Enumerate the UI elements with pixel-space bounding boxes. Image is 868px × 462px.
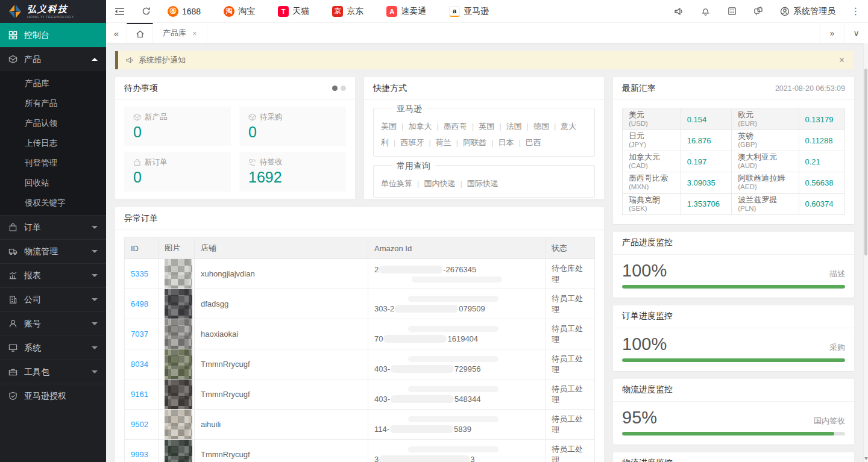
col-header-status: 状态 [546, 238, 595, 259]
sidebar-item-logistics[interactable]: 物流管理 [0, 239, 106, 263]
shortcut-link[interactable]: 西班牙 [400, 138, 424, 147]
speaker-icon [125, 57, 134, 64]
sidebar-item-orders[interactable]: 订单 [0, 215, 106, 239]
shortcut-link[interactable]: 单位换算 [381, 179, 412, 188]
marketplace-tmall[interactable]: T 天猫 [269, 6, 324, 17]
sidebar-item-amazon-auth[interactable]: 亚马逊授权 [0, 384, 106, 408]
scrollbar-thumb[interactable] [864, 69, 867, 255]
sidebar-item-company[interactable]: 公司 [0, 287, 106, 311]
home-icon [136, 30, 145, 39]
product-progress-card: 产品进度监控 100% 描述 [613, 232, 854, 298]
shortcut-link[interactable]: 阿联酋 [463, 138, 486, 147]
sidebar-item-accounts[interactable]: 账号 [0, 311, 106, 336]
sidebar-subitem-listing-mgmt[interactable]: 刊登管理 [0, 153, 106, 173]
redacted-text [412, 276, 502, 283]
sidebar-item-console[interactable]: 控制台 [0, 23, 106, 47]
shortcut-link[interactable]: 国际快递 [467, 179, 498, 188]
tab-product-library[interactable]: 产品库 × [153, 23, 207, 43]
order-id-link[interactable]: 9993 [131, 450, 148, 459]
scrollbar-down-arrow[interactable] [864, 457, 868, 460]
shortcut-link[interactable]: 墨西哥 [444, 122, 467, 131]
product-image-blurred [165, 410, 192, 439]
currency-rate: 0.56638 [799, 172, 844, 193]
product-image-blurred [165, 349, 192, 379]
sidebar-item-reports[interactable]: 报表 [0, 263, 106, 287]
marketplace-aliexpress[interactable]: A 速卖通 [378, 6, 441, 17]
shortcut-link[interactable]: 德国 [533, 122, 549, 131]
shortcut-link[interactable]: 日本 [498, 138, 514, 147]
order-id-link[interactable]: 7037 [131, 329, 148, 339]
sidebar-item-system[interactable]: 系统 [0, 336, 106, 360]
order-id-link[interactable]: 8034 [131, 360, 148, 369]
shortcut-link[interactable]: 英国 [479, 122, 494, 131]
announcement-icon[interactable] [665, 0, 692, 23]
bell-icon[interactable] [692, 0, 719, 23]
currency-rate: 3.09035 [681, 172, 732, 193]
order-id-link[interactable]: 6498 [131, 299, 148, 308]
order-status: 待员工处理 [546, 349, 595, 379]
stat-new-orders[interactable]: 新订单 0 [124, 152, 231, 192]
amazon-id: 33 [374, 455, 539, 462]
order-id-link[interactable]: 9161 [131, 390, 148, 399]
currency-rate: 0.21 [799, 151, 844, 172]
shortcut-link[interactable]: 国内快递 [424, 179, 455, 188]
more-menu-icon[interactable]: ⋮ [844, 5, 868, 17]
order-status: 待员工处理 [546, 440, 595, 462]
notice-close-icon[interactable]: × [837, 55, 847, 66]
tab-close-icon[interactable]: × [192, 29, 197, 38]
currency-name: 加拿大元 [629, 153, 675, 162]
sidebar-subitem-recycle-bin[interactable]: 回收站 [0, 173, 106, 193]
carousel-dot-active[interactable] [332, 86, 338, 91]
shortcut-link[interactable]: 巴西 [526, 138, 541, 147]
product-image-blurred [165, 289, 192, 319]
shortcut-link[interactable]: 美国 [381, 122, 397, 131]
taobao-icon: 淘 [224, 6, 234, 17]
tabs-scroll-left[interactable]: « [106, 23, 127, 43]
shortcut-link[interactable]: 荷兰 [436, 138, 451, 147]
sidebar-subitem-product-claim[interactable]: 产品认领 [0, 113, 106, 133]
stat-value: 0 [248, 123, 337, 141]
col-header-amazon-id: Amazon Id [368, 238, 546, 259]
shortcut-link[interactable]: 加拿大 [408, 122, 432, 131]
order-id-link[interactable]: 5335 [131, 269, 148, 278]
separator: | [417, 179, 419, 188]
marketplace-label: 亚马逊 [464, 6, 489, 17]
tabs-menu-icon[interactable]: ∨ [844, 23, 868, 43]
redacted-text [383, 335, 447, 343]
tab-home[interactable] [127, 23, 153, 43]
app-grid-icon[interactable] [719, 0, 745, 23]
order-id-link[interactable]: 9502 [131, 420, 148, 429]
toolbox-icon [8, 367, 18, 377]
refresh-icon[interactable] [133, 0, 159, 23]
exchange-icon[interactable] [745, 0, 772, 23]
stat-pending-receipt[interactable]: 待签收 1692 [239, 152, 346, 192]
separator: | [429, 138, 430, 147]
sidebar-subitem-product-library[interactable]: 产品库 [0, 73, 106, 93]
notice-text[interactable]: 系统维护通知 [139, 55, 186, 66]
sidebar-subitem-infringing-keywords[interactable]: 侵权关键字 [0, 193, 106, 213]
user-menu[interactable]: 系统管理员 [772, 6, 844, 17]
marketplace-jd[interactable]: 京 京东 [324, 6, 378, 17]
sidebar-subitem-all-products[interactable]: 所有产品 [0, 93, 106, 113]
shortcut-link[interactable]: 法国 [506, 122, 522, 131]
sidebar-subitem-upload-log[interactable]: 上传日志 [0, 133, 106, 153]
separator: | [472, 122, 474, 131]
redacted-text [391, 395, 454, 403]
sidebar-item-product[interactable]: 产品 [0, 47, 106, 71]
logistics-progress-card-international: 物流进度监控 96% 国际发货 [613, 452, 854, 462]
stat-pending-purchase[interactable]: 待采购 0 [239, 107, 346, 146]
stat-new-products[interactable]: 新产品 0 [124, 107, 231, 146]
carousel-dot[interactable] [341, 86, 346, 91]
marketplace-1688[interactable]: ⓐ 1688 [159, 6, 215, 17]
tabs-scroll-right[interactable]: » [820, 23, 844, 43]
collapse-sidebar-icon[interactable] [106, 0, 133, 23]
sidebar-item-toolbox[interactable]: 工具包 [0, 360, 106, 384]
brand-name-en: HONG YI TECHNOLOGY [27, 15, 74, 19]
monitor-icon [8, 343, 18, 353]
1688-icon: ⓐ [168, 6, 178, 17]
marketplace-amazon[interactable]: a 亚马逊 [441, 6, 503, 17]
marketplace-taobao[interactable]: 淘 淘宝 [215, 6, 269, 17]
vertical-scrollbar[interactable] [863, 43, 868, 462]
progress-percent: 100% [622, 261, 667, 281]
currency-code: (JPY) [629, 141, 675, 149]
